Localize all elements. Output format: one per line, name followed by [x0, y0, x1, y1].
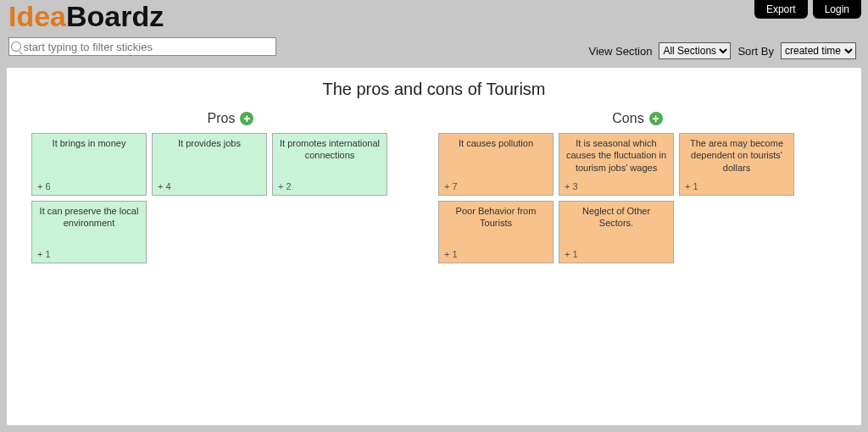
- card-votes[interactable]: + 1: [444, 249, 458, 259]
- login-button[interactable]: Login: [813, 0, 861, 19]
- card-text: It causes pollution: [444, 137, 548, 149]
- cards-cons: It causes pollution + 7 It is seasonal w…: [438, 133, 837, 263]
- sort-by-select[interactable]: created time: [781, 42, 856, 59]
- view-section-label: View Section: [588, 45, 652, 58]
- add-card-icon[interactable]: +: [649, 112, 663, 125]
- board-title: The pros and cons of Tourism: [15, 80, 853, 99]
- filter-box[interactable]: [8, 37, 276, 56]
- add-card-icon[interactable]: +: [240, 112, 253, 125]
- column-pros: Pros + It brings in money + 6 It provide…: [31, 111, 430, 263]
- logo-part-1: Idea: [8, 0, 66, 32]
- card-text: It can preserve the local environment: [37, 205, 141, 230]
- logo[interactable]: IdeaBoardz: [8, 0, 164, 33]
- search-icon: [11, 42, 21, 52]
- logo-part-2: Boardz: [66, 0, 164, 32]
- board: The pros and cons of Tourism Pros + It b…: [7, 68, 861, 425]
- sticky-card[interactable]: Neglect of Other Sectors. + 1: [559, 201, 674, 263]
- export-button[interactable]: Export: [754, 0, 808, 19]
- sticky-card[interactable]: It causes pollution + 7: [438, 133, 554, 196]
- filter-input[interactable]: [24, 41, 275, 53]
- column-title: Cons: [612, 111, 643, 126]
- top-right-buttons: Export Login: [754, 0, 861, 19]
- card-text: It promotes international connections: [278, 137, 381, 162]
- card-text: Poor Behavior from Tourists: [444, 205, 548, 230]
- column-cons: Cons + It causes pollution + 7 It is sea…: [438, 111, 837, 263]
- sticky-card[interactable]: It provides jobs + 4: [152, 133, 267, 196]
- card-votes[interactable]: + 6: [37, 181, 51, 191]
- sticky-card[interactable]: It can preserve the local environment + …: [31, 201, 147, 263]
- sticky-card[interactable]: It is seasonal which causes the fluctuat…: [559, 133, 674, 196]
- card-text: It is seasonal which causes the fluctuat…: [565, 137, 668, 174]
- sticky-card[interactable]: Poor Behavior from Tourists + 1: [438, 201, 554, 263]
- card-text: It brings in money: [37, 137, 141, 149]
- card-text: It provides jobs: [158, 137, 261, 149]
- column-title: Pros: [208, 111, 236, 126]
- card-votes[interactable]: + 3: [565, 181, 578, 191]
- top-bar: IdeaBoardz Export Login View Section All…: [0, 0, 868, 59]
- card-votes[interactable]: + 4: [158, 181, 171, 191]
- sort-by-label: Sort By: [737, 45, 774, 58]
- column-header-cons: Cons +: [438, 111, 837, 126]
- card-votes[interactable]: + 1: [565, 249, 578, 259]
- sticky-card[interactable]: It brings in money + 6: [31, 133, 147, 196]
- card-votes[interactable]: + 2: [278, 181, 292, 191]
- card-text: The area may become dependent on tourist…: [685, 137, 788, 174]
- cards-pros: It brings in money + 6 It provides jobs …: [31, 133, 430, 263]
- sticky-card[interactable]: It promotes international connections + …: [272, 133, 387, 196]
- columns: Pros + It brings in money + 6 It provide…: [15, 111, 853, 263]
- sticky-card[interactable]: The area may become dependent on tourist…: [679, 133, 794, 196]
- column-header-pros: Pros +: [31, 111, 430, 126]
- card-votes[interactable]: + 7: [444, 181, 458, 191]
- card-votes[interactable]: + 1: [37, 249, 51, 259]
- view-sort-controls: View Section All Sections Sort By create…: [588, 42, 856, 59]
- view-section-select[interactable]: All Sections: [659, 42, 731, 59]
- card-votes[interactable]: + 1: [685, 181, 698, 191]
- card-text: Neglect of Other Sectors.: [565, 205, 668, 230]
